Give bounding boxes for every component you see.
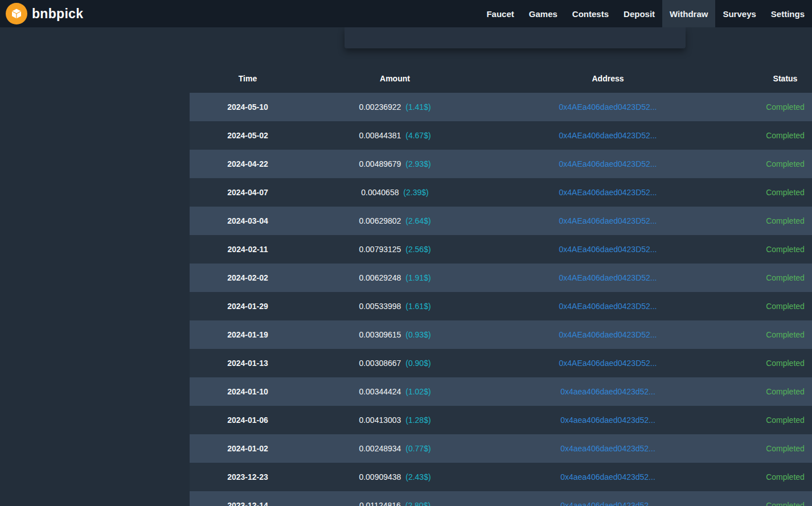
row-amount-usd: (4.67$) [405, 131, 430, 140]
row-amount-usd: (1.61$) [405, 302, 430, 311]
address-link[interactable]: 0x4AEa406daed0423D52... [559, 102, 657, 112]
nav-item-faucet[interactable]: Faucet [479, 0, 521, 27]
row-time-cell: 2024-03-04 [190, 216, 306, 225]
address-link[interactable]: 0x4aea406daed0423d52... [560, 387, 655, 396]
status-text: Completed [766, 444, 805, 453]
row-amount-cell: 0.00344424 (1.02$) [306, 387, 484, 396]
row-address-cell: 0x4AEa406daed0423D52... [484, 102, 732, 112]
table-row: 2024-02-11 0.00793125 (2.56$) 0x4AEa406d… [190, 235, 812, 264]
row-status-cell: Completed [732, 216, 812, 225]
row-amount-crypto: 0.00308667 [359, 359, 401, 368]
brand-name: bnbpick [32, 6, 83, 22]
row-address-cell: 0x4AEa406daed0423D52... [484, 216, 732, 225]
table-row: 2024-01-29 0.00533998 (1.61$) 0x4AEa406d… [190, 292, 812, 320]
row-amount-usd: (1.28$) [405, 416, 430, 425]
row-amount-usd: (1.02$) [405, 387, 430, 396]
row-amount-crypto: 0.00489679 [359, 159, 401, 168]
table-body: 2024-05-10 0.00236922 (1.41$) 0x4AEa406d… [190, 93, 812, 506]
row-address-cell: 0x4AEa406daed0423D52... [484, 273, 732, 282]
nav-item-settings[interactable]: Settings [764, 0, 812, 27]
row-time-cell: 2024-02-02 [190, 273, 306, 282]
row-amount-crypto: 0.00413003 [359, 416, 401, 425]
header-time: Time [190, 74, 306, 83]
nav-item-deposit[interactable]: Deposit [616, 0, 662, 27]
row-time: 2023-12-23 [227, 472, 268, 482]
row-status-cell: Completed [732, 472, 812, 482]
address-link[interactable]: 0x4aea406daed0423d52... [560, 501, 655, 506]
nav-item-games[interactable]: Games [522, 0, 565, 27]
cube-icon [6, 3, 27, 24]
row-time: 2024-01-29 [227, 302, 268, 311]
table-row: 2023-12-14 0.01124816 (2.80$) 0x4aea406d… [190, 491, 812, 506]
status-text: Completed [766, 216, 805, 225]
row-time: 2024-01-06 [227, 416, 268, 425]
row-amount-usd: (2.39$) [403, 188, 428, 197]
row-address-cell: 0x4AEa406daed0423D52... [484, 245, 732, 254]
top-navbar: bnbpick Faucet Games Contests Deposit Wi… [0, 0, 812, 27]
row-time-cell: 2024-01-19 [190, 330, 306, 339]
row-time-cell: 2024-01-29 [190, 302, 306, 311]
address-link[interactable]: 0x4aea406daed0423d52... [560, 416, 655, 425]
row-amount-crypto: 0.00629248 [359, 273, 401, 282]
row-time-cell: 2024-02-11 [190, 245, 306, 254]
table-row: 2024-05-10 0.00236922 (1.41$) 0x4AEa406d… [190, 93, 812, 121]
row-status-cell: Completed [732, 416, 812, 425]
address-link[interactable]: 0x4AEa406daed0423D52... [559, 273, 657, 282]
row-amount-crypto: 0.01124816 [359, 501, 401, 506]
address-link[interactable]: 0x4AEa406daed0423D52... [559, 330, 657, 339]
row-amount-crypto: 0.00844381 [359, 131, 401, 140]
address-link[interactable]: 0x4AEa406daed0423D52... [559, 216, 657, 225]
table-row: 2024-03-04 0.00629802 (2.64$) 0x4AEa406d… [190, 207, 812, 235]
row-amount-usd: (0.77$) [405, 444, 430, 453]
row-amount-cell: 0.00844381 (4.67$) [306, 131, 484, 140]
address-link[interactable]: 0x4aea406daed0423d52... [560, 472, 655, 482]
row-amount-cell: 0.00629248 (1.91$) [306, 273, 484, 282]
nav-item-contests[interactable]: Contests [565, 0, 616, 27]
address-link[interactable]: 0x4AEa406daed0423D52... [559, 131, 657, 140]
row-amount-cell: 0.00489679 (2.93$) [306, 159, 484, 168]
row-amount-usd: (0.93$) [405, 330, 430, 339]
address-link[interactable]: 0x4AEa406daed0423D52... [559, 359, 657, 368]
status-text: Completed [766, 102, 805, 112]
row-status-cell: Completed [732, 245, 812, 254]
row-amount-cell: 0.00533998 (1.61$) [306, 302, 484, 311]
row-time-cell: 2023-12-14 [190, 501, 306, 506]
address-link[interactable]: 0x4AEa406daed0423D52... [559, 245, 657, 254]
nav-item-withdraw[interactable]: Withdraw [662, 0, 715, 27]
nav-item-surveys[interactable]: Surveys [715, 0, 763, 27]
row-amount-usd: (2.43$) [405, 472, 430, 482]
row-amount-cell: 0.00248934 (0.77$) [306, 444, 484, 453]
table-header-row: Time Amount Address Status [190, 64, 812, 93]
row-address-cell: 0x4AEa406daed0423D52... [484, 359, 732, 368]
row-time: 2024-04-07 [227, 188, 268, 197]
row-address-cell: 0x4AEa406daed0423D52... [484, 131, 732, 140]
table-row: 2024-01-06 0.00413003 (1.28$) 0x4aea406d… [190, 406, 812, 434]
row-time-cell: 2024-01-10 [190, 387, 306, 396]
row-time: 2024-02-02 [227, 273, 268, 282]
brand-logo[interactable]: bnbpick [0, 0, 83, 27]
address-link[interactable]: 0x4AEa406daed0423D52... [559, 302, 657, 311]
row-amount-cell: 0.00236922 (1.41$) [306, 102, 484, 112]
status-text: Completed [766, 330, 805, 339]
row-time: 2024-03-04 [227, 216, 268, 225]
table-row: 2024-04-22 0.00489679 (2.93$) 0x4AEa406d… [190, 150, 812, 178]
row-amount-crypto: 0.00236922 [359, 102, 401, 112]
status-text: Completed [766, 416, 805, 425]
row-time: 2024-04-22 [227, 159, 268, 168]
row-time-cell: 2024-05-02 [190, 131, 306, 140]
row-amount-usd: (2.93$) [405, 159, 430, 168]
table-row: 2024-01-02 0.00248934 (0.77$) 0x4aea406d… [190, 434, 812, 463]
table-row: 2024-01-19 0.00309615 (0.93$) 0x4AEa406d… [190, 320, 812, 349]
status-text: Completed [766, 387, 805, 396]
row-amount-crypto: 0.00533998 [359, 302, 401, 311]
row-time: 2023-12-14 [227, 501, 268, 506]
row-status-cell: Completed [732, 359, 812, 368]
row-address-cell: 0x4aea406daed0423d52... [484, 416, 732, 425]
row-amount-cell: 0.00629802 (2.64$) [306, 216, 484, 225]
row-amount-usd: (2.80$) [405, 501, 430, 506]
row-status-cell: Completed [732, 501, 812, 506]
address-link[interactable]: 0x4AEa406daed0423D52... [559, 159, 657, 168]
table-row: 2024-04-07 0.0040658 (2.39$) 0x4AEa406da… [190, 178, 812, 207]
address-link[interactable]: 0x4aea406daed0423d52... [560, 444, 655, 453]
address-link[interactable]: 0x4AEa406daed0423D52... [559, 188, 657, 197]
